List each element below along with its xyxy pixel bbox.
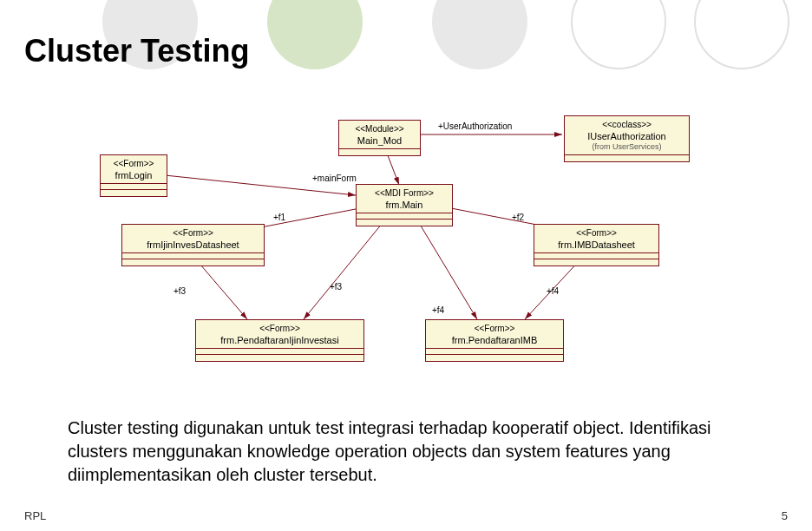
slide-body: Cluster testing digunakan untuk test int… xyxy=(68,416,744,487)
node-name: frm.Main xyxy=(362,199,447,211)
node-stereotype: <<Module>> xyxy=(344,123,415,134)
node-name: frm.IMBDatasheet xyxy=(540,239,653,251)
edge-label-f1: +f1 xyxy=(273,213,285,222)
node-frm-pendaftaran-imb: <<Form>> frm.PendaftaranIMB xyxy=(425,319,564,362)
node-name: frm.PendaftaranIMB xyxy=(431,334,558,346)
svg-line-7 xyxy=(195,259,247,319)
node-name: frm.PendaftaranIjinInvestasi xyxy=(201,334,358,346)
node-frm-imb-ds: <<Form>> frm.IMBDatasheet xyxy=(534,224,659,266)
edge-label-f4b: +f4 xyxy=(547,286,559,296)
deco-circle-3 xyxy=(432,0,527,69)
node-stereotype: <<Form>> xyxy=(201,323,358,334)
node-stereotype: <<Form>> xyxy=(106,158,161,169)
edge-label-f3b: +f3 xyxy=(330,282,342,292)
deco-circle-2 xyxy=(267,0,363,69)
node-frm-login: <<Form>> frmLogin xyxy=(100,154,167,197)
node-from: (from UserServices) xyxy=(570,142,684,153)
node-stereotype: <<coclass>> xyxy=(570,119,684,130)
node-stereotype: <<Form>> xyxy=(431,323,558,334)
node-frm-ijin-inves: <<Form>> frmIjinInvesDatasheet xyxy=(121,224,265,266)
svg-line-5 xyxy=(304,219,386,319)
uml-diagram: <<Module>> Main_Mod <<coclass>> IUserAut… xyxy=(52,113,772,399)
node-main-mod: <<Module>> Main_Mod xyxy=(338,120,421,156)
deco-circle-4 xyxy=(571,0,666,69)
edge-label-f3a: +f3 xyxy=(174,286,186,296)
node-stereotype: <<MDI Form>> xyxy=(362,187,447,199)
node-name: frmIjinInvesDatasheet xyxy=(128,239,259,251)
slide-title: Cluster Testing xyxy=(24,33,249,69)
node-name: Main_Mod xyxy=(344,134,415,147)
node-frm-pendaftaran-inv: <<Form>> frm.PendaftaranIjinInvestasi xyxy=(195,319,364,362)
edge-label-userauth: +UserAuthorization xyxy=(438,121,512,131)
edge-label-f2: +f2 xyxy=(512,213,524,222)
node-name: frmLogin xyxy=(106,169,161,181)
footer-left: RPL xyxy=(24,509,46,522)
footer-page-number: 5 xyxy=(782,509,788,522)
deco-circle-5 xyxy=(694,0,789,69)
node-name: IUserAuthorization xyxy=(570,130,684,142)
svg-line-6 xyxy=(416,219,477,319)
node-user-auth: <<coclass>> IUserAuthorization (from Use… xyxy=(564,115,690,162)
edge-label-mainform: +mainForm xyxy=(312,174,357,183)
node-stereotype: <<Form>> xyxy=(540,227,653,239)
node-frm-main: <<MDI Form>> frm.Main xyxy=(356,184,453,226)
edge-label-f4a: +f4 xyxy=(432,305,444,315)
node-stereotype: <<Form>> xyxy=(128,227,259,239)
